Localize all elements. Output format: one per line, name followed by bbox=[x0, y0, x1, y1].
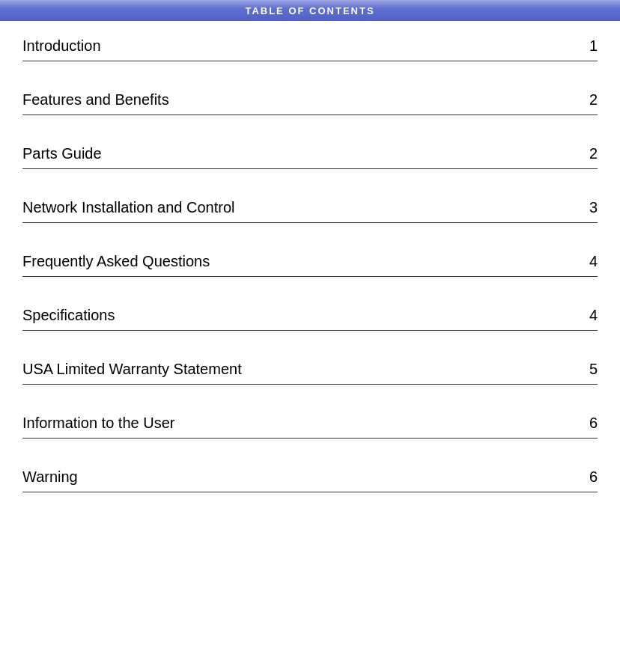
toc-entry[interactable]: USA Limited Warranty Statement5 bbox=[22, 344, 598, 385]
toc-entry[interactable]: Parts Guide2 bbox=[22, 129, 598, 169]
toc-entry-label: Warning bbox=[22, 468, 78, 486]
toc-entry-page: 6 bbox=[589, 415, 598, 432]
toc-entry[interactable]: Frequently Asked Questions4 bbox=[22, 236, 598, 277]
toc-entry[interactable]: Warning6 bbox=[22, 452, 598, 492]
toc-entry-page: 3 bbox=[589, 199, 598, 216]
toc-entry[interactable]: Features and Benefits2 bbox=[22, 75, 598, 115]
toc-entry-page: 4 bbox=[589, 307, 598, 324]
toc-entry-label: USA Limited Warranty Statement bbox=[22, 361, 242, 378]
toc-entry-label: Network Installation and Control bbox=[22, 199, 234, 216]
toc-entry-label: Parts Guide bbox=[22, 145, 102, 162]
toc-entry-page: 6 bbox=[589, 468, 598, 486]
toc-entry[interactable]: Specifications4 bbox=[22, 290, 598, 331]
toc-entry-label: Frequently Asked Questions bbox=[22, 253, 210, 270]
toc-spacer bbox=[22, 331, 598, 344]
toc-entry[interactable]: Information to the User6 bbox=[22, 398, 598, 439]
toc-spacer bbox=[22, 223, 598, 236]
page-header: Table Of Contents bbox=[0, 0, 620, 21]
toc-spacer bbox=[22, 115, 598, 129]
toc-entry-label: Features and Benefits bbox=[22, 91, 169, 109]
toc-entry-page: 4 bbox=[589, 253, 598, 270]
toc-spacer bbox=[22, 277, 598, 290]
toc-spacer bbox=[22, 169, 598, 183]
toc-entry-label: Introduction bbox=[22, 37, 101, 55]
toc-container: Introduction1Features and Benefits2Parts… bbox=[0, 21, 620, 492]
toc-entry-page: 1 bbox=[589, 37, 598, 55]
toc-entry[interactable]: Network Installation and Control3 bbox=[22, 183, 598, 223]
toc-entry-page: 2 bbox=[589, 91, 598, 109]
toc-entry-label: Information to the User bbox=[22, 415, 174, 432]
toc-entry[interactable]: Introduction1 bbox=[22, 21, 598, 61]
header-title: Table Of Contents bbox=[245, 5, 374, 16]
toc-spacer bbox=[22, 439, 598, 452]
toc-spacer bbox=[22, 385, 598, 398]
toc-entry-page: 2 bbox=[589, 145, 598, 162]
toc-entry-label: Specifications bbox=[22, 307, 115, 324]
toc-spacer bbox=[22, 61, 598, 75]
toc-entry-page: 5 bbox=[589, 361, 598, 378]
